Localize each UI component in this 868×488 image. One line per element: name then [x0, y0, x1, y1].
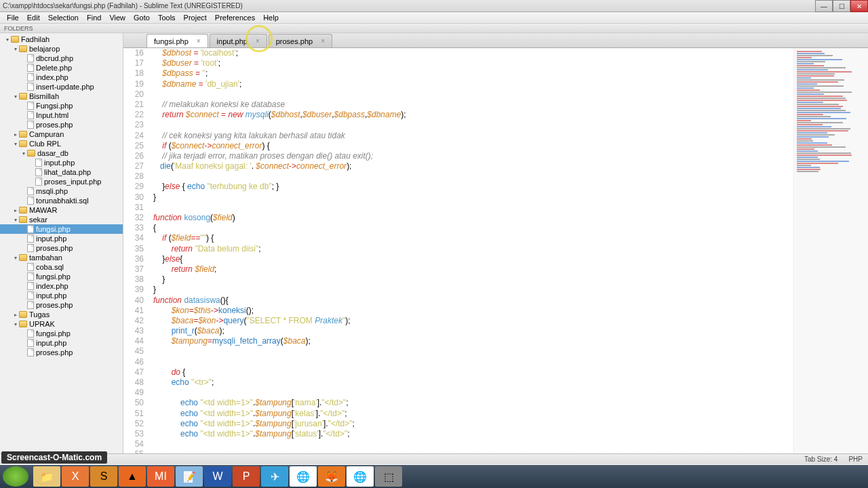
status-language[interactable]: PHP: [848, 455, 863, 463]
tree-proses-php[interactable]: proses.php: [0, 300, 123, 310]
taskbar: 📁 X S ▲ MI 📝 W P ✈ 🌐 🦊 🌐 ⬚: [0, 465, 868, 488]
tab-input-php[interactable]: input.php×: [210, 34, 267, 47]
tree-tambahan[interactable]: ▾tambahan: [0, 253, 123, 262]
tree-input-php[interactable]: input.php: [0, 338, 123, 348]
tree-fungsi-php[interactable]: fungsi.php: [0, 329, 123, 338]
title-bar: C:\xampp\htdocs\sekar\fungsi.php (Fadhil…: [0, 0, 868, 12]
tree-index-php[interactable]: index.php: [0, 281, 123, 291]
tree-Input-html[interactable]: Input.html: [0, 110, 123, 120]
code-editor[interactable]: $dbhost = 'localhost'; $dbuser = 'root';…: [149, 48, 793, 453]
tree-sekar[interactable]: ▾sekar: [0, 215, 123, 224]
menu-preferences[interactable]: Preferences: [211, 14, 259, 22]
tree-input-php[interactable]: input.php: [0, 234, 123, 243]
menu-goto[interactable]: Goto: [130, 14, 154, 22]
status-tabsize[interactable]: Tab Size: 4: [804, 455, 837, 463]
status-bar: Line 9, Column 68 Tab Size: 4 PHP: [0, 453, 868, 464]
tab-bar: fungsi.php×input.php×proses.php×: [123, 33, 868, 48]
tree-UPRAK[interactable]: ▾UPRAK: [0, 319, 123, 329]
sidebar[interactable]: ▾Fadhilah▾belajaropdbcrud.phpDelete.phpi…: [0, 33, 123, 453]
menu-edit[interactable]: Edit: [23, 14, 44, 22]
tree-input-php[interactable]: input.php: [0, 291, 123, 300]
tree-Delete-php[interactable]: Delete.php: [0, 63, 123, 73]
task-xampp[interactable]: X: [62, 466, 89, 487]
menu-help[interactable]: Help: [259, 14, 283, 22]
task-sublime[interactable]: S: [90, 466, 117, 487]
tree-belajarop[interactable]: ▾belajarop: [0, 44, 123, 54]
task-firefox[interactable]: 🦊: [318, 466, 345, 487]
menu-selection[interactable]: Selection: [44, 14, 83, 22]
tree-proses_input-php[interactable]: proses_input.php: [0, 177, 123, 186]
tree-MAWAR[interactable]: ▸MAWAR: [0, 205, 123, 215]
menu-tools[interactable]: Tools: [154, 14, 180, 22]
task-telegram[interactable]: ✈: [261, 466, 288, 487]
menu-project[interactable]: Project: [180, 14, 211, 22]
folders-header: FOLDERS: [0, 24, 868, 33]
tab-close-icon[interactable]: ×: [197, 37, 201, 45]
tree-fungsi-php[interactable]: fungsi.php: [0, 272, 123, 281]
watermark: Screencast-O-Matic.com: [1, 451, 107, 464]
menu-view[interactable]: View: [105, 14, 130, 22]
task-chrome1[interactable]: 🌐: [290, 466, 317, 487]
tree-fungsi-php[interactable]: fungsi.php: [0, 224, 123, 234]
tab-close-icon[interactable]: ×: [256, 37, 260, 45]
menu-find[interactable]: Find: [83, 14, 105, 22]
tree-Fungsi-php[interactable]: Fungsi.php: [0, 101, 123, 110]
menu-file[interactable]: File: [3, 14, 23, 22]
tree-lihat_data-php[interactable]: lihat_data.php: [0, 167, 123, 177]
tree-coba-sql[interactable]: coba.sql: [0, 262, 123, 272]
task-word[interactable]: W: [204, 466, 231, 487]
minimize-button[interactable]: —: [815, 0, 833, 12]
task-notepad[interactable]: 📝: [176, 466, 203, 487]
tree-input-php[interactable]: input.php: [0, 158, 123, 167]
tree-dbcrud-php[interactable]: dbcrud.php: [0, 54, 123, 63]
tab-fungsi-php[interactable]: fungsi.php×: [146, 34, 208, 47]
tab-proses-php[interactable]: proses.php×: [269, 34, 332, 47]
task-vlc[interactable]: ▲: [119, 466, 146, 487]
task-powerpoint[interactable]: P: [233, 466, 260, 487]
line-gutter: 1617181920212223242526272829303132333435…: [123, 48, 149, 453]
tree-Fadhilah[interactable]: ▾Fadhilah: [0, 35, 123, 44]
task-chrome2[interactable]: 🌐: [347, 466, 374, 487]
tree-Campuran[interactable]: ▸Campuran: [0, 129, 123, 139]
minimap[interactable]: [793, 48, 868, 453]
tree-insert-update-php[interactable]: insert-update.php: [0, 82, 123, 92]
tree-Bismillah[interactable]: ▾Bismillah: [0, 92, 123, 101]
tree-proses-php[interactable]: proses.php: [0, 243, 123, 253]
tree-proses-php[interactable]: proses.php: [0, 120, 123, 129]
start-button[interactable]: [3, 466, 28, 487]
tree-proses-php[interactable]: proses.php: [0, 348, 123, 357]
tree-Club RPL[interactable]: ▾Club RPL: [0, 139, 123, 148]
tree-torunabhakti-sql[interactable]: torunabhakti.sql: [0, 196, 123, 205]
tree-index-php[interactable]: index.php: [0, 73, 123, 82]
task-recorder[interactable]: ⬚: [375, 466, 402, 487]
task-mi[interactable]: MI: [147, 466, 174, 487]
task-explorer[interactable]: 📁: [33, 466, 60, 487]
menu-bar: FileEditSelectionFindViewGotoToolsProjec…: [0, 12, 868, 24]
close-button[interactable]: ✕: [850, 0, 868, 12]
tree-dasar_db[interactable]: ▾dasar_db: [0, 148, 123, 158]
tab-close-icon[interactable]: ×: [321, 37, 325, 45]
maximize-button[interactable]: ☐: [833, 0, 850, 12]
window-title: C:\xampp\htdocs\sekar\fungsi.php (Fadhil…: [3, 2, 865, 9]
tree-Tugas[interactable]: ▸Tugas: [0, 310, 123, 319]
tree-msqli-php[interactable]: msqli.php: [0, 186, 123, 196]
